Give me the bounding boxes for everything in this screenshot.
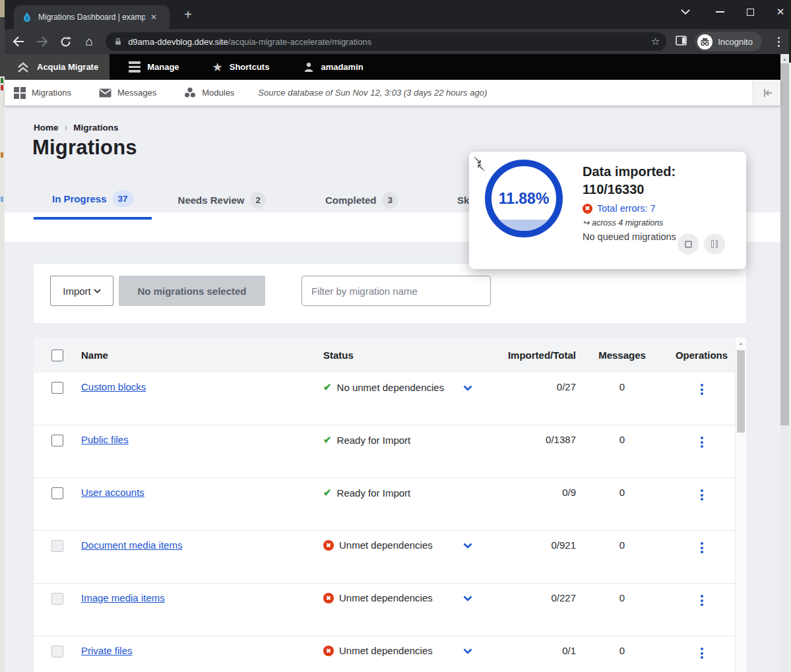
forward-button[interactable] — [32, 32, 52, 51]
operations-menu-icon[interactable] — [698, 592, 706, 609]
side-panel-icon[interactable] — [676, 36, 687, 48]
view-tabs: In Progress 37 Needs Review 2 Completed … — [34, 187, 541, 220]
operations-menu-icon[interactable] — [698, 434, 706, 450]
back-button[interactable] — [9, 32, 28, 51]
messages-count: 0 — [576, 487, 668, 498]
header-operations: Operations — [668, 350, 735, 361]
table-row: Custom blocks ✔ No unmet dependencies 0/… — [34, 373, 735, 425]
bookmark-star-icon[interactable]: ☆ — [651, 36, 660, 47]
tab-in-progress[interactable]: In Progress 37 — [34, 187, 152, 220]
scroll-up-arrow-icon[interactable]: ▲ — [780, 54, 789, 63]
row-checkbox[interactable] — [51, 435, 63, 446]
filter-input[interactable] — [301, 276, 491, 306]
pause-button[interactable] — [704, 233, 725, 255]
table-scrollbar-thumb[interactable] — [737, 350, 745, 433]
migration-link[interactable]: User accounts — [81, 487, 144, 498]
window-close-button[interactable]: ✕ — [766, 0, 791, 24]
migrations-table: Name Status Imported/Total Messages Oper… — [34, 338, 746, 672]
tab-label: Needs Review — [178, 195, 245, 206]
secondary-toolbar: Migrations Messages Modules Source datab… — [5, 80, 780, 106]
browser-tab[interactable]: Migrations Dashboard | example ✕ — [14, 5, 170, 29]
operations-menu-icon[interactable] — [698, 381, 706, 398]
toolbar-item-migrations[interactable]: Migrations — [5, 87, 80, 99]
resize-handle-icon[interactable] — [474, 156, 488, 175]
page-scrollbar-thumb[interactable] — [780, 63, 789, 425]
row-checkbox[interactable] — [51, 487, 63, 499]
drupal-favicon-icon — [22, 12, 32, 22]
select-all-checkbox[interactable] — [51, 350, 63, 361]
stop-button[interactable] — [678, 233, 699, 255]
browser-menu-icon[interactable] — [769, 37, 789, 47]
scroll-up-arrow-icon[interactable]: ▲ — [736, 338, 746, 349]
screen: Migrations Dashboard | example ✕ + ✕ ⌂ d… — [0, 0, 791, 672]
import-label: Import — [63, 286, 91, 297]
status-error-icon: ✖ — [323, 593, 334, 603]
table-scrollbar[interactable]: ▲ — [735, 338, 746, 672]
status-expand-chevron-icon[interactable] — [463, 382, 472, 393]
tab-count-badge: 37 — [113, 191, 133, 207]
operations-menu-icon[interactable] — [698, 487, 706, 503]
imported-total-value: 0/921 — [482, 539, 576, 551]
migration-link[interactable]: Public files — [81, 434, 129, 445]
toolbar-item-label: Acquia Migrate — [37, 62, 98, 72]
status-expand-chevron-icon[interactable] — [463, 539, 472, 551]
admin-toolbar: Acquia Migrate Manage ★ Shortcuts amadam… — [5, 54, 780, 80]
page-scrollbar[interactable]: ▲ — [780, 54, 789, 672]
header-name: Name — [81, 350, 317, 361]
toolbar-collapse-button[interactable] — [753, 80, 780, 106]
progress-percent: 11.88% — [499, 190, 550, 208]
window-maximize-button[interactable] — [736, 0, 765, 24]
imported-total-value: 0/227 — [482, 592, 576, 603]
row-checkbox-disabled — [51, 593, 63, 605]
toolbar-item-acquia-migrate[interactable]: Acquia Migrate — [5, 54, 110, 80]
double-chevron-up-icon — [16, 61, 30, 73]
status-error-icon: ✖ — [323, 646, 334, 656]
incognito-badge: Incognito — [695, 32, 762, 51]
tab-completed[interactable]: Completed 3 — [307, 187, 416, 220]
toolbar-item-user[interactable]: amadamin — [292, 54, 374, 80]
breadcrumb-current-link[interactable]: Migrations — [73, 123, 118, 133]
toolbar-item-label: amadamin — [321, 62, 363, 72]
status-expand-chevron-icon[interactable] — [463, 592, 472, 603]
reload-button[interactable] — [56, 32, 76, 51]
status-expand-chevron-icon[interactable] — [463, 645, 472, 656]
messages-count: 0 — [576, 539, 668, 551]
table-row: Private files ✖ Unmet dependencies 0/1 0 — [34, 636, 735, 672]
toolbar-item-messages[interactable]: Messages — [90, 88, 166, 98]
migration-link[interactable]: Image media items — [81, 592, 165, 603]
migration-link[interactable]: Private files — [81, 645, 133, 656]
toolbar-item-shortcuts[interactable]: ★ Shortcuts — [201, 54, 281, 80]
header-imported-total: Imported/Total — [482, 350, 576, 361]
toolbar-item-manage[interactable]: Manage — [117, 54, 190, 80]
window-minimize-button[interactable] — [705, 0, 734, 24]
status-ok-icon: ✔ — [323, 434, 332, 446]
stop-icon — [685, 241, 692, 248]
operations-menu-icon[interactable] — [698, 645, 706, 661]
tab-label: In Progress — [52, 193, 107, 204]
import-dropdown-button[interactable]: Import — [50, 276, 113, 306]
row-checkbox[interactable] — [51, 382, 63, 394]
tab-count-badge: 2 — [250, 192, 266, 208]
chevron-down-icon — [94, 289, 101, 293]
toolbar-item-label: Manage — [147, 62, 179, 72]
breadcrumb-home-link[interactable]: Home — [34, 123, 59, 133]
url-path: /acquia-migrate-accelerate/migrations — [228, 37, 371, 47]
home-button[interactable]: ⌂ — [79, 32, 99, 51]
migration-link[interactable]: Document media items — [81, 539, 182, 551]
tab-needs-review[interactable]: Needs Review 2 — [160, 187, 284, 220]
operations-menu-icon[interactable] — [698, 539, 706, 556]
tab-close-icon[interactable]: ✕ — [150, 13, 157, 22]
messages-count: 0 — [576, 645, 668, 656]
toolbar-item-modules[interactable]: Modules — [175, 87, 243, 98]
new-tab-button[interactable]: + — [180, 7, 196, 23]
status-text: Unmet dependencies — [339, 645, 433, 656]
status-text: Unmet dependencies — [339, 592, 433, 603]
imported-total-value: 0/27 — [482, 381, 576, 392]
tab-search-chevron-icon[interactable] — [671, 0, 700, 24]
url-bar[interactable]: d9ama-ddevblog.ddev.site/acquia-migrate-… — [106, 32, 666, 51]
hook-arrow-icon: ↪ — [583, 218, 589, 228]
envelope-icon — [99, 88, 111, 98]
migration-link[interactable]: Custom blocks — [81, 381, 146, 392]
total-errors-link[interactable]: Total errors: 7 — [597, 203, 656, 214]
status-ok-icon: ✔ — [323, 487, 332, 499]
